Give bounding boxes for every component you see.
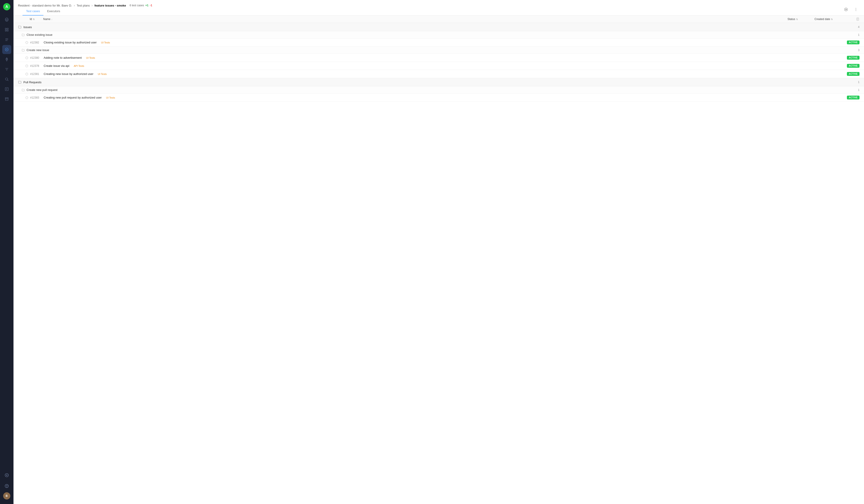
- test-case-icon: [25, 72, 29, 75]
- svg-point-40: [26, 73, 28, 75]
- test-id: #12383: [30, 96, 44, 99]
- breadcrumb-section[interactable]: Test plans: [77, 4, 90, 7]
- content-area: Issues 4 Close existing issue 1 #12382: [13, 23, 864, 504]
- col-name-header[interactable]: Name ↓: [43, 17, 788, 21]
- col-date-header[interactable]: Created date ⇅: [815, 17, 851, 21]
- name-sort-icon: ↓: [51, 18, 52, 21]
- table-header: Id ⇅ Name ↓ Status ⇅ Created date ⇅: [13, 15, 864, 23]
- test-row[interactable]: #12381 Creating new issue by authorized …: [13, 70, 864, 78]
- svg-rect-5: [5, 28, 6, 29]
- test-id: #12380: [30, 56, 44, 59]
- sidebar-nav: [2, 15, 11, 471]
- status-sort-icon: ⇅: [796, 18, 798, 21]
- subgroup-count: 1: [858, 88, 860, 92]
- plus-badge: +1: [145, 4, 148, 7]
- svg-marker-23: [846, 9, 847, 10]
- breadcrumb-project[interactable]: Resident - standard demo for Mr. Baev D.: [18, 4, 72, 7]
- subgroup-folder-icon: [22, 49, 25, 52]
- status-badge: ACTIVE: [847, 96, 860, 99]
- subgroup-row[interactable]: Create new issue 3: [13, 47, 864, 54]
- sidebar-item-search[interactable]: [2, 75, 11, 84]
- svg-rect-16: [5, 98, 8, 98]
- test-row[interactable]: #12382 Closing existing issue by authori…: [13, 38, 864, 47]
- tab-test-cases[interactable]: Test cases: [23, 7, 44, 15]
- svg-point-4: [7, 19, 8, 20]
- svg-text:A: A: [5, 5, 8, 9]
- more-options-button[interactable]: [852, 6, 860, 13]
- test-tag: API Tests: [72, 64, 86, 68]
- test-row[interactable]: #12378 Create issue via api API Tests AC…: [13, 62, 864, 70]
- sidebar-item-archive[interactable]: [2, 95, 11, 104]
- subgroup-row[interactable]: Close existing issue 1: [13, 31, 864, 38]
- test-case-icon: [25, 96, 29, 99]
- col-id-header[interactable]: Id ⇅: [30, 17, 43, 21]
- subgroup-count: 1: [858, 33, 860, 36]
- sidebar-bottom: B: [2, 471, 11, 501]
- group-name: Issues: [23, 25, 858, 29]
- page-header: Resident - standard demo for Mr. Baev D.…: [13, 0, 864, 15]
- sidebar-item-list[interactable]: [2, 35, 11, 44]
- run-button[interactable]: [842, 6, 850, 13]
- svg-point-34: [26, 57, 28, 59]
- test-name: Creating new pull request by authorized …: [44, 96, 788, 99]
- subgroup-name: Create new issue: [26, 48, 858, 52]
- svg-point-24: [856, 8, 856, 9]
- minus-badge: -1: [150, 4, 152, 7]
- test-name: Creating new issue by authorized user UI…: [44, 72, 788, 75]
- col-actions-header: [851, 17, 860, 21]
- add-button[interactable]: [2, 471, 11, 480]
- group-count: 4: [858, 25, 860, 28]
- test-tag: UI Tests: [99, 41, 112, 44]
- tab-executors[interactable]: Executors: [44, 7, 64, 15]
- test-count-label: 6 test cases: [130, 4, 144, 7]
- breadcrumb-meta: 6 test cases +1 -1: [130, 4, 152, 7]
- svg-rect-8: [7, 30, 8, 31]
- svg-point-43: [26, 96, 28, 99]
- group-folder-icon: [18, 80, 22, 84]
- group-row[interactable]: Issues 4: [13, 23, 864, 31]
- svg-point-13: [6, 59, 7, 59]
- tabs-container: Test cases Executors: [18, 7, 152, 15]
- header-actions: [842, 6, 860, 13]
- breadcrumb: Resident - standard demo for Mr. Baev D.…: [18, 3, 152, 7]
- test-tag: UI Tests: [96, 72, 109, 76]
- subgroup-name: Close existing issue: [26, 33, 858, 36]
- svg-point-31: [26, 41, 28, 44]
- test-id: #12382: [30, 41, 44, 44]
- test-row[interactable]: #12380 Adding note to advertisement UI T…: [13, 54, 864, 62]
- breadcrumb-current: feature issues - smoke: [95, 4, 126, 7]
- svg-point-3: [6, 19, 7, 20]
- sidebar-item-filter[interactable]: [2, 65, 11, 74]
- sidebar: A: [0, 0, 13, 504]
- help-button[interactable]: [2, 481, 11, 491]
- status-badge: ACTIVE: [847, 72, 860, 76]
- col-status-header[interactable]: Status ⇅: [788, 17, 815, 21]
- svg-rect-7: [5, 30, 6, 31]
- test-row[interactable]: #12383 Creating new pull request by auth…: [13, 94, 864, 102]
- id-sort-icon: ⇅: [33, 18, 35, 21]
- subgroup-row[interactable]: Create new pull request 1: [13, 86, 864, 94]
- subgroup-name: Create new pull request: [26, 88, 858, 92]
- group-folder-icon: [18, 25, 22, 29]
- test-case-icon: [25, 64, 29, 68]
- user-avatar[interactable]: B: [3, 492, 10, 500]
- svg-point-26: [856, 10, 856, 11]
- sidebar-item-testplans[interactable]: [2, 45, 11, 54]
- svg-point-14: [5, 78, 8, 80]
- breadcrumb-sep-1: ›: [74, 3, 75, 7]
- sidebar-item-tools[interactable]: [2, 85, 11, 94]
- app-logo[interactable]: A: [3, 3, 11, 11]
- svg-point-25: [856, 9, 856, 10]
- group-row[interactable]: Pull Requests 1: [13, 78, 864, 86]
- sidebar-item-dashboard[interactable]: [2, 25, 11, 34]
- test-id: #12378: [30, 64, 44, 68]
- sidebar-item-rocket[interactable]: [2, 55, 11, 64]
- test-name: Create issue via api API Tests: [44, 64, 788, 68]
- test-tag: UI Tests: [84, 56, 97, 60]
- test-name: Closing existing issue by authorized use…: [44, 41, 788, 44]
- subgroup-folder-icon: [22, 33, 25, 36]
- breadcrumb-sep-2: ›: [92, 3, 93, 7]
- sidebar-item-alien[interactable]: [2, 15, 11, 24]
- status-badge: ACTIVE: [847, 40, 860, 44]
- test-name: Adding note to advertisement UI Tests: [44, 56, 788, 59]
